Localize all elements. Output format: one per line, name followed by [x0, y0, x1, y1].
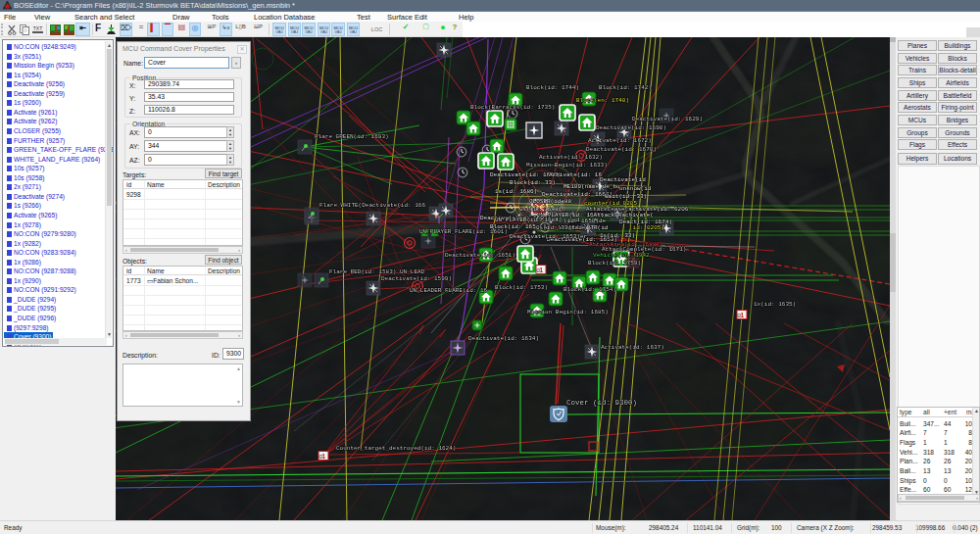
svg-text:Deactivate(id: 1664): Deactivate(id: 1664) [542, 191, 612, 198]
svg-text:Cover (id: 9300): Cover (id: 9300) [566, 399, 637, 407]
svg-text:Block(id: 165: Block(id: 165 [490, 223, 536, 230]
svg-text:(id: 1650)de: (id: 1650)de [564, 218, 607, 224]
svg-text:Wait(id: 33): Wait(id: 33) [605, 193, 647, 200]
svg-text:Block(id: 1753): Block(id: 1753) [495, 284, 548, 291]
svg-text:Flare WHITE(Deactivate(id: 166: Flare WHITE(Deactivate(id: 166 [319, 202, 425, 209]
svg-text:1s(id: 1686): 1s(id: 1686) [495, 188, 537, 195]
svg-text:Activate(id: 1632): Activate(id: 1632) [539, 154, 603, 161]
svg-text:0s(id: 1648): 0s(id: 1648) [519, 206, 562, 213]
svg-text:Block(en: 1740): Block(en: 1740) [576, 97, 629, 104]
svg-text:Vehicle(en: 1942: Vehicle(en: 1942 [593, 252, 650, 259]
svg-text:Deactivate(id: 1690): Deactivate(id: 1690) [596, 124, 666, 131]
svg-text:Activate(id: 1672): Activate(id: 1672) [588, 137, 652, 144]
svg-text:Counter_target_destroyed(id: 1: Counter_target_destroyed(id: 1624) [336, 445, 456, 452]
svg-text:Flare RED(id: 1583) UN_LEAD: Flare RED(id: 1583) UN_LEAD [329, 268, 425, 275]
svg-text:0s(id: 33)fade: 0s(id: 33)fade [536, 224, 586, 231]
svg-text:unknow(id: unknow(id [619, 185, 652, 192]
svg-text:Deactivate(id: 1629): Deactivate(id: 1629) [632, 116, 703, 122]
svg-text:AttackComplete(id: 1671): AttackComplete(id: 1671) [602, 246, 686, 253]
svg-text:Block(id: 33): Block(id: 33) [510, 179, 556, 186]
svg-text:Block(id: 1754): Block(id: 1754) [564, 286, 616, 293]
svg-text:Deactivate(id: 1653)er: Deactivate(id: 1653)er [510, 233, 588, 240]
svg-text:Block(id: 1759): Block(id: 1759) [588, 260, 641, 267]
svg-text:CLOSER(id:88: CLOSER(id:88 [529, 198, 572, 205]
svg-text:Deactivate(id: 1670): Deactivate(id: 1670) [586, 146, 657, 153]
svg-text:Mission Begin(id: 1633): Mission Begin(id: 1633) [526, 162, 608, 169]
svg-text:Deactivate(id: 1599): Deactivate(id: 1599) [381, 275, 452, 282]
svg-text:ME109(name de_bu: ME109(name de_bu [564, 183, 620, 190]
svg-text:Block(id: 1744): Block(id: 1744) [526, 84, 579, 91]
svg-text:Activate(id: 1637): Activate(id: 1637) [601, 344, 664, 351]
svg-text:Deactivate(id: Deactivate(id [600, 176, 646, 183]
svg-text:1x(id: 1635): 1x(id: 1635) [754, 301, 796, 308]
svg-text:Deactivate(id: 1634): Deactivate(id: 1634) [468, 335, 539, 342]
svg-text:Flare GREEN(id: 1693): Flare GREEN(id: 1693) [315, 133, 389, 140]
svg-text:Mission Begin(id: 1685): Mission Begin(id: 1685) [527, 309, 609, 316]
svg-text:AttackCease(activate(id: 6206: AttackCease(activate(id: 6206 [586, 206, 689, 213]
svg-text:Block(id: 1742): Block(id: 1742) [599, 84, 652, 91]
svg-text:Activate(id: 16: Activate(id: 16 [549, 171, 602, 178]
svg-text:UN_LEADER_FLARE(id: 16: UN_LEADER_FLARE(id: 16 [410, 287, 488, 294]
svg-text:1s(id: 33): 1s(id: 33) [600, 232, 635, 239]
svg-text:Block(Barracks(id: 1735): Block(Barracks(id: 1735) [470, 104, 555, 111]
svg-text:Deactivate(id: 1651): Deactivate(id: 1651) [445, 252, 515, 259]
svg-text:(id: 0205): (id: 0205) [629, 224, 664, 231]
